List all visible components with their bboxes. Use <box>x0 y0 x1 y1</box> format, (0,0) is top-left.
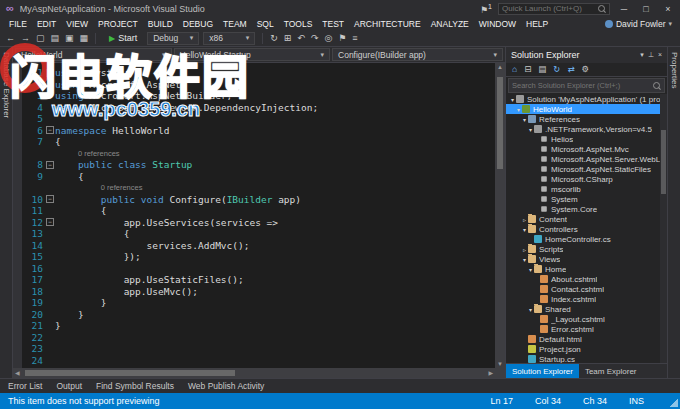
code-line-16[interactable]: 16 <box>13 263 495 275</box>
tree-item-mscorlib[interactable]: mscorlib <box>506 184 667 194</box>
code-line-8[interactable]: 8− public class Startup <box>13 159 495 171</box>
properties-tab[interactable]: Properties <box>668 50 680 90</box>
panel-tab-team-explorer[interactable]: Team Explorer <box>579 364 643 378</box>
forward-icon[interactable]: → <box>21 34 30 43</box>
code-line-22[interactable]: 22 <box>13 332 495 344</box>
menu-item-architecture[interactable]: ARCHITECTURE <box>349 19 426 29</box>
collapse-icon[interactable]: ▾ <box>521 256 528 263</box>
code-line-21[interactable]: 21} <box>13 320 495 332</box>
tree-item-contact-cshtml[interactable]: Contact.cshtml <box>506 284 667 294</box>
tree-item-helios[interactable]: Helios <box>506 134 667 144</box>
tree-item-system-core[interactable]: System.Core <box>506 204 667 214</box>
code-line-3[interactable]: 3using Microsoft.AspNet.Builder; <box>13 90 495 102</box>
tree-item-shared[interactable]: ▾Shared <box>506 304 667 314</box>
chevron-down-icon[interactable]: ▾ <box>668 20 672 28</box>
redo-icon[interactable]: ↷ <box>311 34 319 43</box>
vertical-scroll-thumb[interactable] <box>497 77 503 169</box>
tree-item-controllers[interactable]: ▾Controllers <box>506 224 667 234</box>
solution-search-input[interactable] <box>512 81 653 90</box>
fold-toggle-icon[interactable]: − <box>46 161 54 169</box>
code-line-1[interactable]: 1−using System; <box>13 67 495 79</box>
tree-item-startup-cs[interactable]: Startup.cs <box>506 354 667 363</box>
home-icon[interactable]: ⌂ <box>512 65 517 74</box>
close-button[interactable]: × <box>660 4 676 14</box>
codelens-indicator[interactable]: 0 references <box>13 148 495 160</box>
tree-item-microsoft-aspnet-mvc[interactable]: Microsoft.AspNet.Mvc <box>506 144 667 154</box>
quick-launch[interactable] <box>498 3 610 15</box>
new-project-icon[interactable]: ▢ <box>36 34 45 43</box>
panel-tab-solution-explorer[interactable]: Solution Explorer <box>506 364 579 378</box>
tree-item-microsoft-aspnet-staticfiles[interactable]: Microsoft.AspNet.StaticFiles <box>506 164 667 174</box>
collapse-icon[interactable]: ▾ <box>509 96 516 103</box>
bottom-tab-find-symbol-results[interactable]: Find Symbol Results <box>96 381 174 391</box>
pin-icon[interactable]: ⊥ <box>648 51 654 59</box>
maximize-button[interactable]: □ <box>638 4 654 14</box>
fold-toggle-icon[interactable]: − <box>46 218 54 226</box>
code-line-12[interactable]: 12− app.UseServices(services => <box>13 217 495 229</box>
code-line-2[interactable]: 2using Microsoft.AspNet; <box>13 79 495 91</box>
menu-item-debug[interactable]: DEBUG <box>178 19 218 29</box>
tree-item-layout-cshtml[interactable]: _Layout.cshtml <box>506 314 667 324</box>
tree-item-microsoft-csharp[interactable]: Microsoft.CSharp <box>506 174 667 184</box>
menu-item-test[interactable]: TEST <box>317 19 349 29</box>
codelens-references-label[interactable]: 0 references <box>55 182 142 194</box>
fold-toggle-icon[interactable]: − <box>46 126 54 134</box>
codelens-references-label[interactable]: 0 references <box>55 148 120 160</box>
window-position-icon[interactable]: ▾ <box>640 51 644 59</box>
code-line-10[interactable]: 10− public void Configure(IBuilder app) <box>13 194 495 206</box>
notifications-flag-icon[interactable]: ⚑1 <box>480 3 492 15</box>
tree-item-helloworld[interactable]: ▾HelloWorld <box>506 104 667 114</box>
tree-item-error-cshtml[interactable]: Error.cshtml <box>506 324 667 334</box>
code-line-9[interactable]: 9 { <box>13 171 495 183</box>
open-file-icon[interactable]: ▤ <box>51 34 60 43</box>
close-icon[interactable]: × <box>658 51 662 59</box>
tree-item-solution-myaspnetapplication-1-project[interactable]: ▾Solution 'MyAspNetApplication' (1 proje… <box>506 94 667 104</box>
tree-item-microsoft-aspnet-server-weblistener[interactable]: Microsoft.AspNet.Server.WebListener <box>506 154 667 164</box>
menu-item-sql[interactable]: SQL <box>252 19 279 29</box>
collapse-icon[interactable]: ▾ <box>527 126 534 133</box>
code-line-23[interactable]: 23 <box>13 343 495 355</box>
tree-item-home[interactable]: ▾Home <box>506 264 667 274</box>
quick-launch-input[interactable] <box>502 4 598 13</box>
resize-grip[interactable] <box>670 399 678 407</box>
save-all-icon[interactable]: ▦ <box>80 34 89 43</box>
code-editor[interactable]: 1−using System;2using Microsoft.AspNet;3… <box>13 63 495 368</box>
collapse-icon[interactable]: ▾ <box>527 266 534 273</box>
code-line-14[interactable]: 14 services.AddMvc(); <box>13 240 495 252</box>
codelens-indicator[interactable]: 0 references <box>13 182 495 194</box>
user-name[interactable]: David Fowler <box>616 19 666 29</box>
scroll-right-icon[interactable]: ▶ <box>488 369 493 376</box>
menu-item-help[interactable]: HELP <box>521 19 553 29</box>
refresh-icon[interactable]: ↻ <box>270 34 278 43</box>
project-dropdown[interactable]: HelloWorld ▾ <box>15 48 172 61</box>
tree-item-homecontroller-cs[interactable]: HomeController.cs <box>506 234 667 244</box>
menu-item-build[interactable]: BUILD <box>143 19 178 29</box>
scroll-down-icon[interactable]: ▼ <box>495 361 505 367</box>
code-line-20[interactable]: 20 } <box>13 309 495 321</box>
tree-item-project-json[interactable]: Project.json <box>506 344 667 354</box>
collapse-icon[interactable]: ▾ <box>515 106 522 113</box>
start-debug-button[interactable]: ▶ Start <box>103 32 143 44</box>
tree-item-scripts[interactable]: ▹Scripts <box>506 244 667 254</box>
code-line-19[interactable]: 19 } <box>13 297 495 309</box>
tree-item-views[interactable]: ▾Views <box>506 254 667 264</box>
menu-item-window[interactable]: WINDOW <box>474 19 521 29</box>
tree-item-netframework-version-v4-5[interactable]: ▾.NETFramework,Version=v4.5 <box>506 124 667 134</box>
menu-item-team[interactable]: TEAM <box>218 19 252 29</box>
expand-icon[interactable]: ▹ <box>521 246 528 253</box>
collapse-all-icon[interactable]: ⊟ <box>524 65 531 74</box>
scroll-left-icon[interactable]: ◀ <box>15 369 20 376</box>
code-line-4[interactable]: 4using Microsoft.Framework.DependencyInj… <box>13 102 495 114</box>
type-dropdown[interactable]: HelloWorld.Startup ▾ <box>174 48 331 61</box>
bottom-tab-error-list[interactable]: Error List <box>8 381 42 391</box>
tree-item-about-cshtml[interactable]: About.cshtml <box>506 274 667 284</box>
code-line-17[interactable]: 17 app.UseStaticFiles(); <box>13 274 495 286</box>
horizontal-scroll-thumb[interactable] <box>25 370 235 376</box>
expand-icon[interactable]: ▹ <box>521 216 528 223</box>
menu-item-analyze[interactable]: ANALYZE <box>426 19 474 29</box>
fold-toggle-icon[interactable]: − <box>46 195 54 203</box>
editor-vertical-scrollbar[interactable]: ▲ ▼ <box>495 63 505 368</box>
menu-item-edit[interactable]: EDIT <box>32 19 61 29</box>
code-line-7[interactable]: 7{ <box>13 136 495 148</box>
code-line-15[interactable]: 15 }); <box>13 251 495 263</box>
